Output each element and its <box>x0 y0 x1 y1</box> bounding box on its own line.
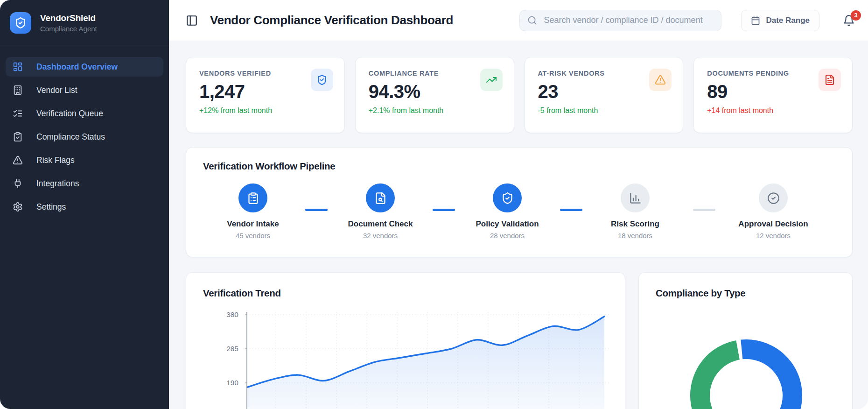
y-axis-tick: 190 <box>213 378 238 388</box>
sidebar-nav: Dashboard Overview Vendor List Verificat… <box>0 45 169 232</box>
stat-card-documents-pending: DOCUMENTS PENDING 89 +14 from last month <box>693 57 853 133</box>
stat-card-vendors-verified: VENDORS VERIFIED 1,247 +12% from last mo… <box>186 57 345 133</box>
sidebar-item-label: Compliance Status <box>36 132 105 142</box>
sidebar: VendorShield Compliance Agent Dashboard … <box>0 0 169 409</box>
clipboard-check-icon <box>13 132 23 142</box>
page-title: Vendor Compliance Verification Dashboard <box>210 13 453 28</box>
step-label: Approval Decision <box>738 219 808 229</box>
dashboard-grid-icon <box>13 62 23 72</box>
vendorshield-logo-icon <box>10 12 31 34</box>
trending-up-icon <box>480 69 503 91</box>
sidebar-item-settings[interactable]: Settings <box>6 197 163 217</box>
step-count: 12 vendors <box>756 232 791 240</box>
alert-triangle-icon <box>649 69 672 91</box>
pipeline-step-risk-scoring[interactable]: Risk Scoring 18 vendors <box>594 183 676 240</box>
stat-delta: +2.1% from last month <box>369 106 503 115</box>
brand-text: VendorShield Compliance Agent <box>40 13 97 33</box>
stat-card-at-risk-vendors: AT-RISK VENDORS 23 -5 from last month <box>525 57 684 133</box>
date-range-button[interactable]: Date Range <box>741 10 819 31</box>
verification-trend-card: Verification Trend 380 285 190 <box>186 272 625 409</box>
step-label: Risk Scoring <box>611 219 659 229</box>
sidebar-item-label: Verification Queue <box>36 109 103 119</box>
pipeline-step-policy-validation[interactable]: Policy Validation 28 vendors <box>466 183 548 240</box>
header: Vendor Compliance Verification Dashboard… <box>169 0 868 41</box>
trend-line-chart <box>245 309 609 409</box>
pipeline-title: Verification Workflow Pipeline <box>203 161 335 172</box>
bar-chart-icon <box>621 183 650 212</box>
brand: VendorShield Compliance Agent <box>0 0 169 45</box>
brand-subtitle: Compliance Agent <box>40 25 97 33</box>
pipeline-connector <box>433 209 455 211</box>
pipeline-step-approval-decision[interactable]: Approval Decision 12 vendors <box>732 183 814 240</box>
gear-icon <box>13 202 23 212</box>
pipeline-step-document-check[interactable]: Document Check 32 vendors <box>339 183 421 240</box>
stat-card-compliance-rate: COMPLIANCE RATE 94.3% +2.1% from last mo… <box>355 57 514 133</box>
shield-check-icon <box>493 183 522 212</box>
shield-check-icon <box>311 69 333 91</box>
sidebar-item-label: Vendor List <box>36 85 77 95</box>
sidebar-item-vendor-list[interactable]: Vendor List <box>6 80 163 100</box>
trend-chart-title: Verification Trend <box>203 288 281 299</box>
file-search-icon <box>366 183 395 212</box>
step-label: Vendor Intake <box>227 219 279 229</box>
sidebar-toggle-icon[interactable] <box>186 14 198 27</box>
y-axis-tick: 380 <box>213 310 238 319</box>
clipboard-list-icon <box>238 183 267 212</box>
pipeline-connector <box>305 209 328 211</box>
stat-delta: -5 from last month <box>538 106 672 115</box>
compliance-donut-chart <box>676 325 816 409</box>
dashboard-main: VENDORS VERIFIED 1,247 +12% from last mo… <box>169 41 868 409</box>
brand-name: VendorShield <box>40 13 97 23</box>
search-box <box>519 10 721 31</box>
charts-row: Verification Trend 380 285 190 Complianc… <box>186 272 853 409</box>
app-window: VendorShield Compliance Agent Dashboard … <box>0 0 868 409</box>
content: Vendor Compliance Verification Dashboard… <box>169 0 868 409</box>
file-text-icon <box>819 69 841 91</box>
sidebar-item-label: Settings <box>36 202 66 212</box>
sidebar-item-label: Risk Flags <box>36 155 75 165</box>
list-checks-icon <box>13 108 23 119</box>
pipeline-step-vendor-intake[interactable]: Vendor Intake 45 vendors <box>212 183 294 240</box>
pipeline-connector <box>560 209 582 211</box>
stat-delta: +14 from last month <box>707 106 841 115</box>
sidebar-item-risk-flags[interactable]: Risk Flags <box>6 150 163 170</box>
step-count: 45 vendors <box>236 232 270 240</box>
calendar-icon <box>751 16 760 25</box>
sidebar-item-dashboard-overview[interactable]: Dashboard Overview <box>6 57 163 77</box>
search-input[interactable] <box>543 15 714 26</box>
circle-check-icon <box>759 183 788 212</box>
step-label: Document Check <box>348 219 413 229</box>
stat-delta: +12% from last month <box>199 106 333 115</box>
sidebar-item-compliance-status[interactable]: Compliance Status <box>6 127 163 147</box>
y-axis-tick: 285 <box>213 344 238 353</box>
stat-cards-row: VENDORS VERIFIED 1,247 +12% from last mo… <box>186 57 853 133</box>
sidebar-item-integrations[interactable]: Integrations <box>6 174 163 193</box>
notifications-bell-icon[interactable]: 3 <box>843 14 855 27</box>
plug-icon <box>13 178 23 189</box>
search-icon <box>527 15 537 25</box>
step-label: Policy Validation <box>476 219 539 229</box>
verification-pipeline-card: Verification Workflow Pipeline Vendor In… <box>186 147 853 257</box>
step-count: 28 vendors <box>490 232 525 240</box>
step-count: 32 vendors <box>363 232 398 240</box>
sidebar-item-verification-queue[interactable]: Verification Queue <box>6 104 163 123</box>
date-range-label: Date Range <box>766 16 810 25</box>
sidebar-item-label: Dashboard Overview <box>36 62 118 72</box>
notification-badge: 3 <box>851 10 861 21</box>
building-icon <box>13 85 23 95</box>
donut-chart-title: Compliance by Type <box>656 288 745 299</box>
compliance-by-type-card: Compliance by Type <box>638 272 853 409</box>
alert-triangle-icon <box>13 155 23 165</box>
sidebar-item-label: Integrations <box>36 179 79 189</box>
step-count: 18 vendors <box>618 232 652 240</box>
pipeline-connector <box>693 209 715 211</box>
